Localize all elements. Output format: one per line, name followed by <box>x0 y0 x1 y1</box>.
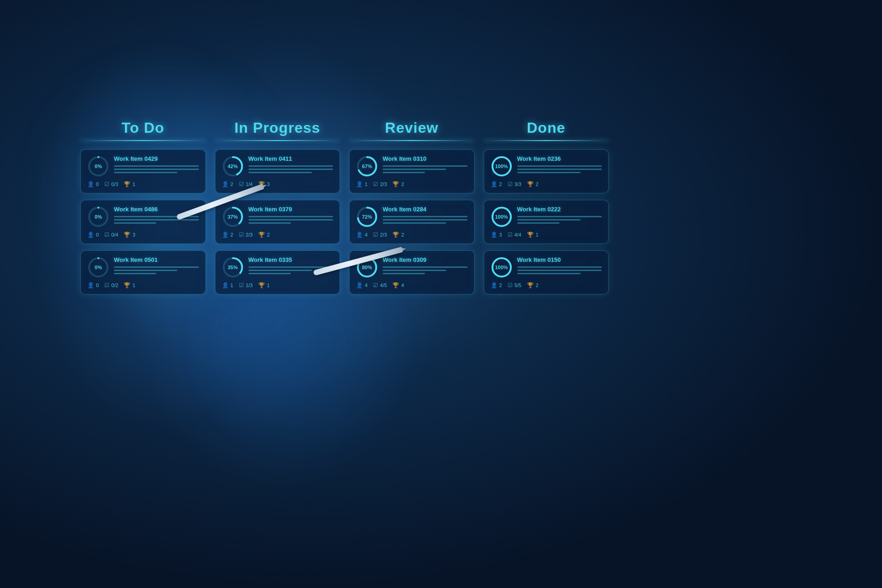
trophy-count-value: 2 <box>401 232 404 237</box>
user-count-value: 4 <box>365 283 368 288</box>
card-line <box>517 169 602 170</box>
user-count: 👤 4 <box>356 282 368 288</box>
task-count-value: 4/4 <box>514 232 521 237</box>
card-0150[interactable]: 100% Work Item 0150 👤 2 ☑ 5/5 🏆 2 <box>484 250 609 294</box>
task-count-value: 0/2 <box>111 283 118 288</box>
person-icon: 👤 <box>491 282 498 288</box>
user-count: 👤 0 <box>87 282 99 288</box>
trophy-icon: 🏆 <box>258 232 265 238</box>
column-divider-todo <box>80 140 206 141</box>
card-line <box>249 270 312 271</box>
card-0486[interactable]: 0% Work Item 0486 👤 0 ☑ 0/4 🏆 3 <box>80 200 206 244</box>
task-count-value: 0/3 <box>111 181 118 187</box>
cards-container-todo: 0% Work Item 0429 👤 0 ☑ 0/3 🏆 1 <box>80 149 206 294</box>
card-footer-0222: 👤 3 ☑ 4/4 🏆 1 <box>491 232 602 238</box>
user-count-value: 4 <box>365 232 368 237</box>
card-0379[interactable]: 37% Work Item 0379 👤 2 ☑ 2/3 🏆 2 <box>215 200 340 244</box>
progress-circle-0429: 0% <box>87 155 109 177</box>
card-title-0222: Work Item 0222 <box>517 206 602 213</box>
card-line <box>383 273 425 274</box>
user-count: 👤 4 <box>356 232 368 238</box>
checkbox-icon: ☑ <box>104 181 109 187</box>
person-icon: 👤 <box>222 232 229 238</box>
task-count: ☑ 2/3 <box>373 181 387 187</box>
trophy-count: 🏆 1 <box>124 282 135 288</box>
trophy-count: 🏆 2 <box>258 232 270 238</box>
trophy-count-value: 1 <box>267 283 270 288</box>
card-line <box>114 169 199 170</box>
card-line <box>383 219 468 220</box>
card-line <box>114 273 156 274</box>
person-icon: 👤 <box>87 181 94 187</box>
progress-circle-0236: 100% <box>491 155 513 177</box>
card-footer-0429: 👤 0 ☑ 0/3 🏆 1 <box>87 181 199 187</box>
trophy-count-value: 2 <box>267 232 270 237</box>
person-icon: 👤 <box>87 282 94 288</box>
card-line <box>383 266 468 268</box>
card-title-0310: Work Item 0310 <box>383 155 468 162</box>
trophy-count-value: 1 <box>132 181 135 187</box>
task-count: ☑ 1/4 <box>239 181 253 187</box>
card-0411[interactable]: 42% Work Item 0411 👤 2 ☑ 1/4 🏆 3 <box>215 149 340 193</box>
person-icon: 👤 <box>222 181 229 187</box>
card-footer-0501: 👤 0 ☑ 0/2 🏆 1 <box>87 282 199 288</box>
column-todo: To Do 0% Work Item 0429 👤 0 ☑ 0/3 🏆 1 <box>80 119 206 294</box>
card-line <box>249 273 291 274</box>
card-0429[interactable]: 0% Work Item 0429 👤 0 ☑ 0/3 🏆 1 <box>80 149 206 193</box>
card-title-0150: Work Item 0150 <box>517 256 602 263</box>
trophy-count: 🏆 4 <box>392 282 404 288</box>
person-icon: 👤 <box>356 181 363 187</box>
card-0222[interactable]: 100% Work Item 0222 👤 3 ☑ 4/4 🏆 1 <box>484 200 609 244</box>
card-title-0411: Work Item 0411 <box>249 155 334 162</box>
card-line <box>249 216 334 217</box>
progress-circle-0335: 35% <box>222 256 244 278</box>
card-line <box>383 172 425 173</box>
trophy-count: 🏆 2 <box>527 282 538 288</box>
user-count-value: 2 <box>499 283 502 288</box>
user-count-value: 0 <box>96 283 99 288</box>
card-line <box>383 270 446 271</box>
user-count: 👤 3 <box>491 232 502 238</box>
card-line <box>114 172 177 173</box>
column-title-done: Done <box>484 119 609 136</box>
card-0236[interactable]: 100% Work Item 0236 👤 2 ☑ 3/3 🏆 2 <box>484 149 609 193</box>
task-count: ☑ 2/3 <box>239 232 253 238</box>
card-footer-0150: 👤 2 ☑ 5/5 🏆 2 <box>491 282 602 288</box>
person-icon: 👤 <box>491 181 498 187</box>
card-footer-0309: 👤 4 ☑ 4/5 🏆 4 <box>356 282 468 288</box>
checkbox-icon: ☑ <box>239 282 244 288</box>
card-title-0429: Work Item 0429 <box>114 155 199 162</box>
task-count-value: 4/5 <box>380 283 387 288</box>
card-line <box>517 273 581 274</box>
card-line <box>249 172 312 173</box>
column-divider-inprogress <box>215 140 340 141</box>
checkbox-icon: ☑ <box>239 181 244 187</box>
task-count: ☑ 2/3 <box>373 232 387 238</box>
card-footer-0379: 👤 2 ☑ 2/3 🏆 2 <box>222 232 334 238</box>
trophy-icon: 🏆 <box>392 282 399 288</box>
card-0310[interactable]: 67% Work Item 0310 👤 1 ☑ 2/3 🏆 2 <box>349 149 475 193</box>
trophy-count: 🏆 2 <box>527 181 538 187</box>
card-line <box>383 222 446 224</box>
task-count: ☑ 0/2 <box>104 282 118 288</box>
user-count: 👤 0 <box>87 181 99 187</box>
task-count-value: 2/3 <box>380 232 387 237</box>
glow-effect-2 <box>230 276 368 413</box>
user-count-value: 0 <box>96 181 99 187</box>
progress-circle-0486: 0% <box>87 206 109 228</box>
user-count-value: 0 <box>96 232 99 237</box>
column-title-todo: To Do <box>80 119 206 136</box>
checkbox-icon: ☑ <box>373 181 378 187</box>
person-icon: 👤 <box>87 232 94 238</box>
card-footer-0486: 👤 0 ☑ 0/4 🏆 3 <box>87 232 199 238</box>
card-title-0335: Work Item 0335 <box>249 256 334 263</box>
card-line <box>383 216 468 217</box>
card-line <box>249 165 334 167</box>
card-0284[interactable]: 72% Work Item 0284 👤 4 ☑ 2/3 🏆 2 <box>349 200 475 244</box>
checkbox-icon: ☑ <box>508 282 513 288</box>
user-count-value: 2 <box>231 232 233 237</box>
card-0501[interactable]: 0% Work Item 0501 👤 0 ☑ 0/2 🏆 1 <box>80 250 206 294</box>
card-line <box>517 216 602 217</box>
user-count: 👤 1 <box>222 282 233 288</box>
user-count: 👤 2 <box>491 282 502 288</box>
